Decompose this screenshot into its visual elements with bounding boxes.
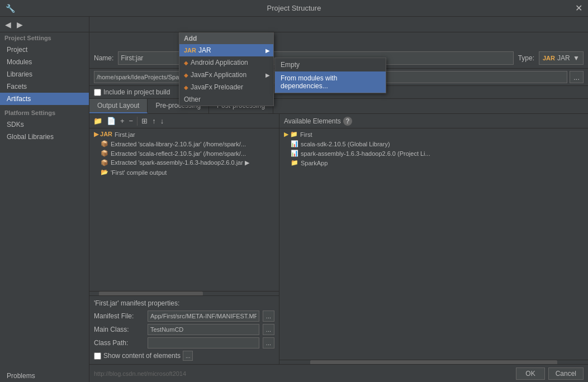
toolbar-separator [137,117,137,126]
jar-icon: JAR [184,47,196,54]
type-value: JAR [557,54,570,62]
spark-assembly-avail-label: spark-assembly-1.6.3-hadoop2.6.0 (Projec… [301,150,430,157]
artifact-panel: 📁 📄 + − ⊞ ↑ ↓ ▶ JAR First.jar 📦 [89,114,279,364]
empty-label: Empty [281,61,300,69]
add-menu-item-jar[interactable]: JAR JAR Empty From modules with dependen… [179,44,273,56]
add-menu-item-javafx[interactable]: ◆ JavaFx Application [179,69,273,81]
class-path-browse-button[interactable]: ... [263,337,274,348]
manifest-area: 'First.jar' manifest properties: Manifes… [89,295,279,364]
firstjar-label: First.jar [115,131,135,138]
content-area: Add JAR JAR Empty From modules with depe… [89,17,588,382]
tree-row-scala-library[interactable]: 📦 Extracted 'scala-library-2.10.5.jar' (… [89,139,279,149]
sidebar: ◀ ▶ Project Settings Project Modules Lib… [0,17,89,382]
main-class-browse-button[interactable]: ... [263,324,274,335]
close-button[interactable]: ✕ [575,3,582,13]
compile-output-label: 'First' compile output [111,169,167,176]
artifacts-label: Artifacts [7,95,31,103]
sidebar-item-project[interactable]: Project [0,44,89,56]
ok-button[interactable]: OK [516,367,544,380]
available-scrollbar-thumb [310,360,557,364]
main-container: ◀ ▶ Project Settings Project Modules Lib… [0,17,588,382]
sdks-label: SDKs [7,121,24,128]
android-icon: ◆ [184,60,188,66]
sidebar-item-sdks[interactable]: SDKs [0,118,89,131]
tree-row-compile-output[interactable]: 📂 'First' compile output [89,168,279,177]
artifact-up-icon[interactable]: ↑ [150,116,158,126]
artifact-folder-add-icon[interactable]: 📁 [92,116,104,126]
libraries-label: Libraries [7,70,32,78]
project-settings-label: Project Settings [0,32,89,44]
sidebar-item-artifacts[interactable]: Artifacts [0,93,89,105]
show-content-dots-button[interactable]: ... [183,351,193,361]
artifact-tree: ▶ JAR First.jar 📦 Extracted 'scala-libra… [89,128,279,291]
sidebar-item-libraries[interactable]: Libraries [0,68,89,80]
type-jar-icon: JAR [543,55,555,61]
javafx-preloader-label: JavaFx Preloader [191,83,243,91]
manifest-file-field: Manifest File: ... [94,311,274,322]
artifact-remove-icon[interactable]: − [127,116,135,126]
help-icon[interactable]: ? [343,117,352,126]
first-module-icon: ▶ 📁 [284,131,298,138]
available-elements-label: Available Elements [284,117,341,125]
artifact-grid-icon[interactable]: ⊞ [140,116,149,126]
artifact-toolbar: 📁 📄 + − ⊞ ↑ ↓ [89,114,279,128]
available-tree: ▶ 📁 First 📊 scala-sdk-2.10.5 (Global Lib… [279,128,588,360]
jar-submenu-from-modules[interactable]: From modules with dependencies... [275,71,386,93]
scala-library-icon: 📦 [101,140,108,147]
manifest-title: 'First.jar' manifest properties: [94,299,274,307]
jar-submenu-empty[interactable]: Empty [275,58,386,71]
sidebar-item-modules[interactable]: Modules [0,56,89,68]
show-content-checkbox[interactable] [94,352,101,360]
artifact-down-icon[interactable]: ↓ [159,116,166,126]
main-class-field: Main Class: ... [94,324,274,335]
manifest-file-input[interactable] [148,311,259,322]
include-label: Include in project build [103,88,170,96]
add-menu-item-android[interactable]: ◆ Android Application [179,56,273,69]
available-scrollbar[interactable] [279,360,588,364]
jar-label: JAR [198,46,211,54]
javafx-preloader-icon: ◆ [184,84,188,90]
artifact-scrollbar[interactable] [89,291,279,295]
sidebar-item-facets[interactable]: Facets [0,80,89,93]
type-select[interactable]: JAR JAR ▼ [539,51,584,65]
manifest-file-browse-button[interactable]: ... [263,311,274,322]
add-menu-header: Add [179,33,273,44]
bottom-bar: http://blog.csdn.net/microsoft2014 OK Ca… [89,364,588,382]
project-label: Project [7,46,27,54]
manifest-file-label: Manifest File: [94,312,144,320]
sidebar-forward-button[interactable]: ▶ [15,20,25,30]
global-libraries-label: Global Libraries [7,133,54,141]
sidebar-item-problems[interactable]: Problems [0,370,89,382]
sidebar-item-global-libraries[interactable]: Global Libraries [0,131,89,143]
scala-reflect-label: Extracted 'scala-reflect-2.10.5.jar' (/h… [111,150,246,157]
javafx-icon: ◆ [184,72,188,78]
add-menu-item-javafx-preloader[interactable]: ◆ JavaFx Preloader [179,81,273,93]
app-icon: 🔧 [6,4,15,13]
output-browse-button[interactable]: ... [570,71,584,83]
add-menu-item-other[interactable]: Other [179,93,273,106]
main-class-input[interactable] [148,324,259,335]
available-tree-row-scala-sdk[interactable]: 📊 scala-sdk-2.10.5 (Global Library) [279,139,588,149]
modules-label: Modules [7,58,32,66]
tree-row-firstjar[interactable]: ▶ JAR First.jar [89,130,279,139]
available-tree-row-spark-assembly[interactable]: 📊 spark-assembly-1.6.3-hadoop2.6.0 (Proj… [279,149,588,158]
sidebar-toolbar: ◀ ▶ [0,17,89,32]
cancel-button[interactable]: Cancel [548,367,584,380]
show-content-row: Show content of elements ... [94,351,274,361]
type-label: Type: [518,54,534,62]
include-checkbox[interactable] [94,89,101,96]
artifact-add-icon[interactable]: + [118,116,126,126]
sidebar-back-button[interactable]: ◀ [3,20,13,30]
artifact-file-add-icon[interactable]: 📄 [105,116,117,126]
content-toolbar [89,17,588,32]
class-path-input[interactable] [148,337,259,348]
available-tree-row-first[interactable]: ▶ 📁 First [279,130,588,139]
scala-library-label: Extracted 'scala-library-2.10.5.jar' (/h… [111,141,246,147]
tree-row-scala-reflect[interactable]: 📦 Extracted 'scala-reflect-2.10.5.jar' (… [89,149,279,158]
sparkapp-label: SparkApp [301,160,328,166]
add-menu: Add JAR JAR Empty From modules with depe… [179,32,274,106]
available-header: Available Elements ? [279,114,588,128]
available-tree-row-sparkapp[interactable]: 📁 SparkApp [279,158,588,168]
tab-output-layout[interactable]: Output Layout [89,99,148,113]
tree-row-spark-assembly[interactable]: 📦 Extracted 'spark-assembly-1.6.3-hadoop… [89,158,279,168]
